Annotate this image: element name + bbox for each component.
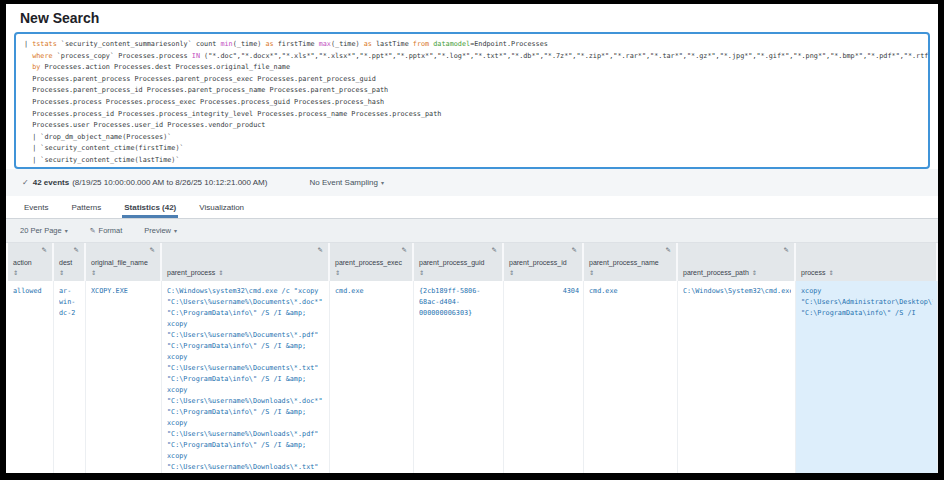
column-header-parent_process[interactable]: ✎parent_process⇕ [162, 243, 330, 281]
cell-value-line: "C:\ProgramData\info\" /S /I &amp; [167, 308, 325, 319]
cell-value-line: ar- [59, 286, 81, 297]
cell-value-line: cmd.exe [589, 286, 673, 297]
header-label-row: action⇕ [13, 258, 47, 278]
edit-column-pencil-icon[interactable]: ✎ [572, 245, 577, 255]
cell-process[interactable]: xcopy"C:\Users\Administrator\Desktop\*"C… [796, 281, 938, 473]
query-line: | `drop_dm_object_name(Processes)` [24, 132, 920, 144]
cell-value-line: "C:\ProgramData\info\" /S /I &amp; [167, 341, 325, 352]
cell-value-line: xcopy [167, 352, 325, 363]
edit-column-pencil-icon[interactable]: ✎ [784, 245, 789, 255]
tab-events[interactable]: Events [22, 196, 50, 218]
header-label-row: parent_process_name⇕ [589, 258, 671, 278]
column-header-action[interactable]: ✎action⇕ [8, 243, 54, 281]
cell-value-line: 000000006303} [419, 308, 499, 319]
time-range-text: (8/19/25 10:00:00.000 AM to 8/26/25 10:1… [72, 178, 267, 187]
query-line: Processes.parent_process_id Processes.pa… [24, 85, 920, 97]
sort-icon[interactable]: ⇕ [218, 270, 223, 276]
column-parent_process_name: ✎parent_process_name⇕cmd.exe [584, 243, 678, 473]
cell-value-line: xcopy [167, 451, 325, 462]
cell-value-line: 68ac-d404- [419, 297, 499, 308]
cell-value-line: "C:\Users\%username%\Documents\*.txt" [167, 363, 325, 374]
edit-column-pencil-icon[interactable]: ✎ [492, 245, 497, 255]
query-line: | tstats `security_content_summariesonly… [24, 39, 920, 51]
header-icon-row: ✎ [59, 245, 79, 255]
cell-dest[interactable]: ar-win-dc-2 [54, 281, 86, 473]
header-label-row: dest⇕ [59, 258, 79, 278]
cell-value-line: win- [59, 297, 81, 308]
header-label-row: parent_process_guid⇕ [419, 258, 497, 278]
column-label: original_file_name [91, 259, 148, 266]
cell-action[interactable]: allowed [8, 281, 54, 473]
query-line: Processes.process_id Processes.process_i… [24, 109, 920, 121]
column-header-original_file_name[interactable]: ✎original_file_name⇕ [86, 243, 162, 281]
cell-parent_process_path[interactable]: C:\Windows\System32\cmd.exe [678, 281, 796, 473]
cell-parent_process_id[interactable]: 4304 [504, 281, 584, 473]
cell-parent_process_name[interactable]: cmd.exe [584, 281, 678, 473]
sort-icon[interactable]: ⇕ [59, 269, 79, 278]
cell-parent_process_exec[interactable]: cmd.exe [330, 281, 414, 473]
query-line: | `security_content_ctime(firstTime)` [24, 143, 920, 155]
search-query-input[interactable]: | tstats `security_content_summariesonly… [14, 32, 930, 169]
edit-column-pencil-icon[interactable]: ✎ [318, 245, 323, 255]
cell-value-line: "C:\Users\Administrator\Desktop\* [801, 297, 933, 308]
edit-column-pencil-icon[interactable]: ✎ [150, 245, 155, 255]
sort-icon[interactable]: ⇕ [509, 269, 577, 278]
column-parent_process_guid: ✎parent_process_guid⇕{2cb189ff-5806-68ac… [414, 243, 504, 473]
sort-icon[interactable]: ⇕ [752, 270, 757, 276]
cell-value-line: {2cb189ff-5806- [419, 286, 499, 297]
edit-column-pencil-icon[interactable]: ✎ [402, 245, 407, 255]
column-header-process[interactable]: process⇕ [796, 243, 938, 281]
header-icon-row: ✎ [589, 245, 671, 255]
job-status-bar: ✓ 42 events (8/19/25 10:00:00.000 AM to … [6, 169, 938, 196]
chevron-down-icon: ▾ [174, 227, 177, 234]
cell-parent_process[interactable]: C:\Windows\system32\cmd.exe /c "xcopy"C:… [162, 281, 330, 473]
tab-patterns[interactable]: Patterns [69, 196, 103, 218]
results-tabs: EventsPatternsStatistics (42)Visualizati… [6, 196, 938, 219]
sort-icon[interactable]: ⇕ [91, 269, 155, 278]
sort-icon[interactable]: ⇕ [13, 269, 47, 278]
format-button[interactable]: ✎Format [90, 226, 123, 235]
column-header-dest[interactable]: ✎dest⇕ [54, 243, 86, 281]
query-line: Processes.parent_process Processes.paren… [24, 74, 920, 86]
per-page-dropdown[interactable]: 20 Per Page▾ [20, 226, 68, 235]
column-header-parent_process_name[interactable]: ✎parent_process_name⇕ [584, 243, 678, 281]
event-count[interactable]: 42 events [33, 178, 69, 187]
column-label: parent_process_guid [419, 259, 484, 266]
cell-value-line: xcopy [167, 319, 325, 330]
query-line: by Processes.action Processes.dest Proce… [24, 62, 920, 74]
column-header-parent_process_id[interactable]: ✎parent_process_id⇕ [504, 243, 584, 281]
cell-value-line: "C:\Users\%username%\Documents\*.doc*" [167, 297, 325, 308]
column-label: process [801, 269, 826, 276]
header-label-row: parent_process⇕ [167, 268, 323, 278]
column-parent_process_path: ✎parent_process_path⇕C:\Windows\System32… [678, 243, 796, 473]
column-label: parent_process [167, 269, 215, 276]
edit-column-pencil-icon[interactable]: ✎ [42, 245, 47, 255]
cell-parent_process_guid[interactable]: {2cb189ff-5806-68ac-d404-000000006303} [414, 281, 504, 473]
cell-value-line: xcopy [167, 418, 325, 429]
tab-visualization[interactable]: Visualization [197, 196, 246, 218]
header-icon-row: ✎ [683, 245, 789, 255]
preview-dropdown[interactable]: Preview▾ [144, 226, 177, 235]
cell-value-line: C:\Windows\System32\cmd.exe [683, 286, 791, 297]
sort-icon[interactable]: ⇕ [335, 269, 407, 278]
cell-original_file_name[interactable]: XCOPY.EXE [86, 281, 162, 473]
cell-value-line: "C:\ProgramData\info\" /S /I [801, 308, 933, 319]
page-title: New Search [20, 10, 938, 26]
chevron-down-icon: ▾ [65, 227, 68, 234]
sort-icon[interactable]: ⇕ [829, 270, 834, 276]
cell-value-line: "C:\Users\%username%\Downloads\*.doc*" [167, 396, 325, 407]
column-label: action [13, 259, 32, 266]
column-header-parent_process_path[interactable]: ✎parent_process_path⇕ [678, 243, 796, 281]
tab-statistics-42[interactable]: Statistics (42) [122, 196, 178, 218]
query-line: where `process_copy` Processes.process I… [24, 51, 920, 63]
column-header-parent_process_exec[interactable]: ✎parent_process_exec⇕ [330, 243, 414, 281]
edit-column-pencil-icon[interactable]: ✎ [74, 245, 79, 255]
event-sampling-dropdown[interactable]: No Event Sampling▾ [309, 178, 384, 187]
edit-column-pencil-icon[interactable]: ✎ [666, 245, 671, 255]
sort-icon[interactable]: ⇕ [589, 269, 671, 278]
cell-value-line: allowed [13, 286, 49, 297]
column-header-parent_process_guid[interactable]: ✎parent_process_guid⇕ [414, 243, 504, 281]
sort-icon[interactable]: ⇕ [419, 269, 497, 278]
column-original_file_name: ✎original_file_name⇕XCOPY.EXE [86, 243, 162, 473]
results-toolbar: 20 Per Page▾ ✎Format Preview▾ [6, 219, 938, 243]
